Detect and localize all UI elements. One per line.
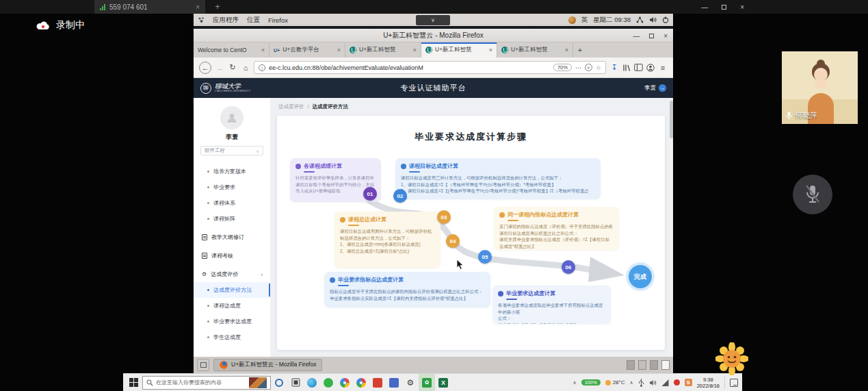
taskbar-app-netease[interactable] <box>369 374 386 391</box>
start-button[interactable] <box>124 374 142 391</box>
tab-uplus-smart-3[interactable]: U+新工科智慧 × <box>497 42 573 58</box>
breadcrumb-parent[interactable]: 达成度评价 <box>278 103 304 110</box>
url-input[interactable]: i ee-c.lcu.edu.cn:88/obe/achivementEvalu… <box>254 61 606 74</box>
tab-close-icon[interactable]: × <box>565 47 568 53</box>
taskbar-app-wechat[interactable] <box>320 374 337 391</box>
taskbar-app-photos[interactable] <box>386 374 402 391</box>
microphone-muted-button[interactable] <box>793 175 832 214</box>
power-icon[interactable] <box>662 16 669 23</box>
action-center-icon[interactable] <box>730 379 738 387</box>
downloads-icon[interactable]: ↧ <box>609 63 619 72</box>
restore-icon[interactable] <box>649 34 654 38</box>
sidebar-item-course-achievement[interactable]: 课程达成度 <box>194 298 270 314</box>
battery-indicator[interactable]: 100% <box>581 379 601 386</box>
minimize-icon[interactable]: — <box>701 3 708 11</box>
pocket-icon[interactable]: ∨ <box>585 64 592 71</box>
language-indicator[interactable]: 英 <box>581 16 588 25</box>
menu-applications[interactable]: 应用程序 <box>213 16 239 25</box>
sidebar-toggle-icon[interactable] <box>634 64 643 71</box>
taskbar-app-settings[interactable]: ⚙ <box>402 374 419 391</box>
tab-close-icon[interactable]: × <box>489 47 492 53</box>
forward-button[interactable]: → <box>215 64 224 72</box>
show-desktop-icon[interactable] <box>197 359 209 371</box>
input-method-icon[interactable] <box>568 16 576 24</box>
hamburger-menu-icon[interactable]: ≡ <box>658 64 668 72</box>
sunflower-floating-icon[interactable] <box>715 342 748 375</box>
page-zoom-indicator[interactable]: 70% <box>553 64 572 71</box>
task-view-button[interactable] <box>287 374 304 391</box>
sidebar-item-syllabus-revision[interactable]: 教学大纲修订 <box>194 229 270 245</box>
sidebar-item-course-assessment[interactable]: 课程考核 <box>194 248 270 264</box>
home-button[interactable]: ⌂ <box>241 64 250 72</box>
tab-uplus-smart-2-active[interactable]: U+新工科智慧 × <box>421 42 497 58</box>
sidebar-item-course-matrix[interactable]: 课程矩阵 <box>194 211 270 227</box>
taskbar-app-sunlogin-active[interactable]: ✿ <box>419 374 435 391</box>
menu-firefox[interactable]: Firefox <box>268 16 288 24</box>
header-user[interactable]: 李寰 → <box>644 84 666 92</box>
network-icon[interactable] <box>661 379 669 386</box>
site-info-icon[interactable]: i <box>259 64 265 71</box>
bookmark-star-icon[interactable]: ☆ <box>596 64 601 71</box>
tab-close-icon[interactable]: × <box>337 47 341 53</box>
gnome-clock[interactable]: 星期二 09:38 <box>593 16 631 25</box>
firefox-task-button[interactable]: U+新工科智慧云 - Mozilla Firefox <box>213 359 322 371</box>
new-tab-button[interactable]: + <box>573 42 587 58</box>
workspace-1[interactable] <box>627 360 635 370</box>
tab-welcome-centos[interactable]: Welcome to CentO × <box>194 42 269 58</box>
account-icon[interactable] <box>646 64 655 72</box>
antivirus-icon[interactable] <box>674 379 680 386</box>
weather-indicator[interactable]: 28°C <box>605 379 625 386</box>
close-icon[interactable]: × <box>740 3 744 11</box>
sidebar-item-graduation-achievement[interactable]: 毕业要求达成度 <box>194 314 270 329</box>
workspace-3[interactable] <box>650 360 658 370</box>
minimize-icon[interactable]: — <box>633 32 640 40</box>
sidebar-item-achievement-evaluation[interactable]: ⚙达成度评价∧ <box>194 266 270 282</box>
library-icon[interactable] <box>622 64 631 72</box>
search-highlight-image[interactable] <box>249 377 267 388</box>
usb-icon[interactable] <box>638 379 644 387</box>
major-select[interactable]: 软件工程 ∨ <box>200 146 263 155</box>
reload-button[interactable]: ↻ <box>228 63 237 72</box>
tab-uplus-smart-1[interactable]: U+新工科智慧 × <box>345 42 421 58</box>
new-session-button[interactable]: + <box>212 1 223 12</box>
taskbar-search-input[interactable]: 在这里输入你要搜索的内容 <box>142 376 271 390</box>
speaker-icon[interactable] <box>649 379 657 386</box>
scrollbar-thumb[interactable] <box>670 101 673 138</box>
screentogif-icon[interactable]: S <box>685 379 692 386</box>
maximize-icon[interactable] <box>722 5 726 10</box>
sidebar-item-course-system[interactable]: 课程体系 <box>194 195 270 211</box>
firefox-titlebar[interactable]: U+新工科智慧云 - Mozilla Firefox — × <box>194 29 673 42</box>
workspace-2[interactable] <box>638 360 646 370</box>
hidden-icons-caret[interactable]: ∧ <box>573 380 577 386</box>
sidebar-item-evaluation-method[interactable]: 达成度评价方法 <box>194 282 270 298</box>
close-icon[interactable]: × <box>663 32 668 40</box>
workspace-switcher[interactable] <box>627 360 670 370</box>
network-icon[interactable] <box>636 16 644 23</box>
cortana-button[interactable] <box>271 374 287 391</box>
taskbar-app-chrome-2[interactable] <box>353 374 369 391</box>
sidebar-item-training-plan[interactable]: 培养方案版本 <box>194 164 270 179</box>
participant-video[interactable]: 何晓萍 <box>782 51 858 124</box>
book-icon <box>498 291 503 297</box>
taskbar-app-excel[interactable]: X <box>435 374 451 391</box>
sidebar-item-student-achievement[interactable]: 学生达成度 <box>194 329 270 345</box>
sidebar-item-graduation-requirements[interactable]: 毕业要求 <box>194 179 270 195</box>
tab-close-icon[interactable]: × <box>261 47 265 53</box>
workspace-4-active[interactable] <box>661 360 670 370</box>
remote-session-tab[interactable]: 559 074 601 × <box>94 0 205 14</box>
taskbar-app-edge[interactable] <box>304 374 320 391</box>
tab-uplus-cloud-teaching[interactable]: U+ U+云教学平台 × <box>269 42 345 58</box>
logout-icon[interactable]: → <box>659 84 666 92</box>
tray-caret[interactable]: ∧ <box>630 380 633 386</box>
page-scrollbar[interactable] <box>670 98 673 357</box>
taskbar-app-chrome-1[interactable] <box>337 374 353 391</box>
menu-places[interactable]: 位置 <box>247 16 260 25</box>
tab-close-icon[interactable]: × <box>413 47 417 53</box>
taskbar-clock[interactable]: 9:38 2022/8/16 <box>697 377 720 389</box>
window-title: U+新工科智慧云 - Mozilla Firefox <box>383 31 483 40</box>
remote-toolbar-collapsed[interactable]: ∨ <box>416 15 450 25</box>
close-session-icon[interactable]: × <box>196 3 200 11</box>
back-button[interactable]: ← <box>199 62 211 74</box>
volume-icon[interactable] <box>649 16 657 23</box>
page-actions-icon[interactable]: ⋯ <box>575 64 581 71</box>
